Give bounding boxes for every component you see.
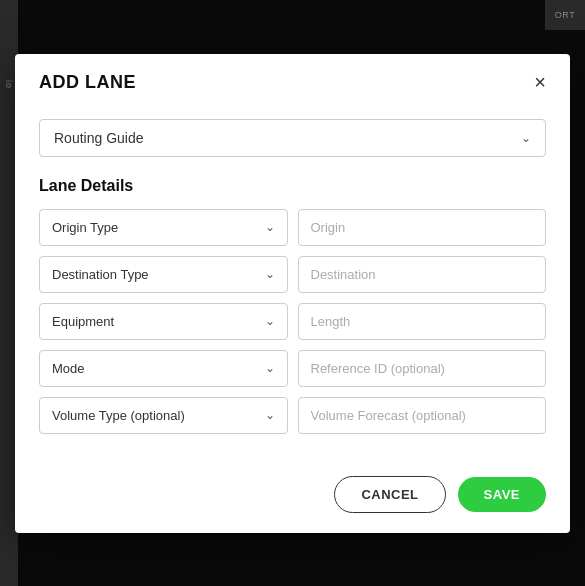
modal-title: ADD LANE bbox=[39, 72, 136, 93]
volume-type-dropdown[interactable]: Volume Type (optional) ⌄ bbox=[39, 397, 288, 434]
section-title: Lane Details bbox=[39, 177, 546, 195]
add-lane-modal: ADD LANE × Routing Guide ⌄ Lane Details … bbox=[15, 54, 570, 533]
volume-row: Volume Type (optional) ⌄ bbox=[39, 397, 546, 434]
origin-input[interactable] bbox=[298, 209, 547, 246]
mode-row: Mode ⌄ bbox=[39, 350, 546, 387]
origin-type-chevron-icon: ⌄ bbox=[265, 220, 275, 234]
reference-id-input[interactable] bbox=[298, 350, 547, 387]
mode-dropdown[interactable]: Mode ⌄ bbox=[39, 350, 288, 387]
save-button[interactable]: SAVE bbox=[458, 477, 546, 512]
destination-type-dropdown[interactable]: Destination Type ⌄ bbox=[39, 256, 288, 293]
length-input[interactable] bbox=[298, 303, 547, 340]
destination-input[interactable] bbox=[298, 256, 547, 293]
mode-label: Mode bbox=[52, 361, 85, 376]
cancel-button[interactable]: CANCEL bbox=[334, 476, 445, 513]
modal-header: ADD LANE × bbox=[15, 54, 570, 107]
mode-chevron-icon: ⌄ bbox=[265, 361, 275, 375]
top-bar-text: ORT bbox=[555, 10, 575, 20]
origin-type-label: Origin Type bbox=[52, 220, 118, 235]
equipment-row: Equipment ⌄ bbox=[39, 303, 546, 340]
top-bar-hint: ORT bbox=[545, 0, 585, 30]
origin-type-dropdown[interactable]: Origin Type ⌄ bbox=[39, 209, 288, 246]
equipment-label: Equipment bbox=[52, 314, 114, 329]
modal-body: Routing Guide ⌄ Lane Details Origin Type… bbox=[15, 107, 570, 464]
volume-type-chevron-icon: ⌄ bbox=[265, 408, 275, 422]
sidebar-text: io bbox=[4, 80, 14, 89]
destination-type-chevron-icon: ⌄ bbox=[265, 267, 275, 281]
modal-footer: CANCEL SAVE bbox=[15, 464, 570, 533]
destination-row: Destination Type ⌄ bbox=[39, 256, 546, 293]
routing-guide-label: Routing Guide bbox=[54, 130, 144, 146]
routing-guide-dropdown[interactable]: Routing Guide ⌄ bbox=[39, 119, 546, 157]
equipment-chevron-icon: ⌄ bbox=[265, 314, 275, 328]
destination-type-label: Destination Type bbox=[52, 267, 149, 282]
volume-type-label: Volume Type (optional) bbox=[52, 408, 185, 423]
close-button[interactable]: × bbox=[534, 72, 546, 92]
origin-row: Origin Type ⌄ bbox=[39, 209, 546, 246]
equipment-dropdown[interactable]: Equipment ⌄ bbox=[39, 303, 288, 340]
volume-forecast-input[interactable] bbox=[298, 397, 547, 434]
routing-guide-chevron-icon: ⌄ bbox=[521, 131, 531, 145]
